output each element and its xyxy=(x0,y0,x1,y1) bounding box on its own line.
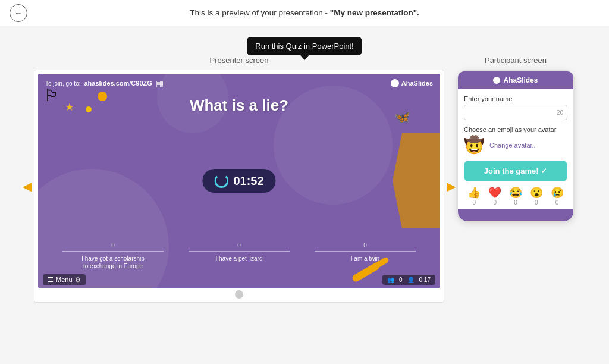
presentation-name: "My new presentation". xyxy=(330,8,419,17)
prev-slide-button[interactable]: ◀ xyxy=(23,179,32,193)
slide-answer-1: 0 I have got a scholarshipto exchange in… xyxy=(50,242,176,270)
reaction-thumbs-up[interactable]: 👍 0 xyxy=(467,187,481,206)
answer-3-bar xyxy=(315,251,416,252)
avatar-row: 🤠 Change avatar.. xyxy=(464,137,567,153)
reaction-row: 👍 0 ❤️ 0 😂 0 😮 0 😢 0 xyxy=(464,187,567,206)
answer-3-count: 0 xyxy=(302,242,428,249)
sad-icon: 😢 xyxy=(551,187,564,198)
slide-stats: 👥 0 👤 0:17 xyxy=(382,275,435,285)
laugh-icon: 😂 xyxy=(509,187,522,198)
person-icon: 👤 xyxy=(407,277,415,283)
answer-1-bar xyxy=(62,251,164,252)
slide-brand: AhaSlides xyxy=(391,79,433,87)
players-icon: 👥 xyxy=(387,277,394,283)
wow-count: 0 xyxy=(535,199,538,206)
wow-icon: 😮 xyxy=(530,187,543,198)
char-count: 20 xyxy=(557,109,563,116)
deco-right xyxy=(393,133,440,228)
join-text: To join, go to: ahaslides.com/C90ZG ▦ xyxy=(45,79,164,88)
answer-2-label: I have a pet lizard xyxy=(176,255,302,262)
laugh-count: 0 xyxy=(514,199,517,206)
run-quiz-tooltip[interactable]: Run this Quiz in PowerPoint! xyxy=(247,37,362,55)
brand-logo-icon xyxy=(391,79,399,87)
header: ← This is a preview of your presentation… xyxy=(0,0,609,26)
answer-3-label: I am a twin xyxy=(302,255,428,262)
menu-icon: ☰ xyxy=(48,276,54,284)
answer-2-count: 0 xyxy=(176,242,302,249)
projector-dot xyxy=(235,290,243,299)
heart-icon: ❤️ xyxy=(488,187,501,198)
join-game-button[interactable]: Join the game! ✓ xyxy=(464,161,567,181)
join-url: ahaslides.com/C90ZG xyxy=(84,80,152,87)
phone-bottom-decoration xyxy=(458,209,573,221)
phone-name-section: Enter your name 20 xyxy=(464,95,567,120)
slide-timer: 01:52 xyxy=(202,169,275,193)
phone-brand-logo-icon xyxy=(493,77,500,84)
stats-time: 0:17 xyxy=(419,277,431,283)
phone-brand-name: AhaSlides xyxy=(503,76,538,84)
slide-answers: 0 I have got a scholarshipto exchange in… xyxy=(38,242,440,270)
menu-label: Menu xyxy=(56,276,73,283)
players-count: 0 xyxy=(399,277,403,283)
emoji-label: Choose an emoji as your avatar xyxy=(464,126,567,133)
phone-emoji-section: Choose an emoji as your avatar 🤠 Change … xyxy=(464,126,567,153)
heart-count: 0 xyxy=(493,199,497,206)
presenter-section: Presenter screen ◀ ▶ 🏳 ★ 🦋 xyxy=(34,56,444,303)
slide-frame: ◀ ▶ 🏳 ★ 🦋 To join, go to: xyxy=(34,70,444,303)
back-arrow-icon: ← xyxy=(14,8,23,18)
back-button[interactable]: ← xyxy=(10,4,27,22)
thumbs-up-icon: 👍 xyxy=(467,187,481,198)
phone-frame: AhaSlides Enter your name 20 Choose an e… xyxy=(456,70,575,223)
bg-circle-1 xyxy=(38,169,169,288)
qr-icon: ▦ xyxy=(156,79,164,88)
tooltip-container: Run this Quiz in PowerPoint! xyxy=(247,37,362,60)
answer-2-bar xyxy=(189,251,290,252)
reaction-wow[interactable]: 😮 0 xyxy=(530,187,543,206)
slide-answer-3: 0 I am a twin xyxy=(302,242,428,270)
avatar-emoji: 🤠 xyxy=(464,137,485,153)
timer-value: 01:52 xyxy=(233,174,263,188)
slide-inner: 🏳 ★ 🦋 To join, go to: ahaslides.com/C90Z… xyxy=(38,74,440,288)
thumbs-up-count: 0 xyxy=(473,199,476,206)
slide-answer-2: 0 I have a pet lizard xyxy=(176,242,302,270)
slide-question: What is a lie? xyxy=(38,96,440,115)
participant-section: Participant screen AhaSlides Enter your … xyxy=(456,56,575,223)
slide-top-bar: To join, go to: ahaslides.com/C90ZG ▦ Ah… xyxy=(38,74,440,93)
tooltip-arrow xyxy=(300,55,309,60)
answer-1-label: I have got a scholarshipto exchange in E… xyxy=(50,255,176,270)
settings-icon: ⚙ xyxy=(75,276,81,284)
reaction-sad[interactable]: 😢 0 xyxy=(551,187,564,206)
reaction-heart[interactable]: ❤️ 0 xyxy=(488,187,501,206)
phone-top-bar: AhaSlides xyxy=(458,71,573,89)
timer-circle-icon xyxy=(214,174,228,188)
main-area: Presenter screen ◀ ▶ 🏳 ★ 🦋 xyxy=(0,50,609,309)
preview-text: This is a preview of your presentation -… xyxy=(190,8,419,17)
answer-1-count: 0 xyxy=(50,242,176,249)
slide-bottom-bar: ☰ Menu ⚙ 👥 0 👤 0:17 xyxy=(38,271,440,288)
next-slide-button[interactable]: ▶ xyxy=(447,179,456,193)
reaction-laugh[interactable]: 😂 0 xyxy=(509,187,522,206)
name-input-display[interactable]: 20 xyxy=(464,105,567,120)
participant-label: Participant screen xyxy=(485,56,547,65)
menu-button[interactable]: ☰ Menu ⚙ xyxy=(43,274,86,285)
sad-count: 0 xyxy=(555,199,559,206)
name-label: Enter your name xyxy=(464,95,567,102)
change-avatar-link[interactable]: Change avatar.. xyxy=(489,142,536,149)
